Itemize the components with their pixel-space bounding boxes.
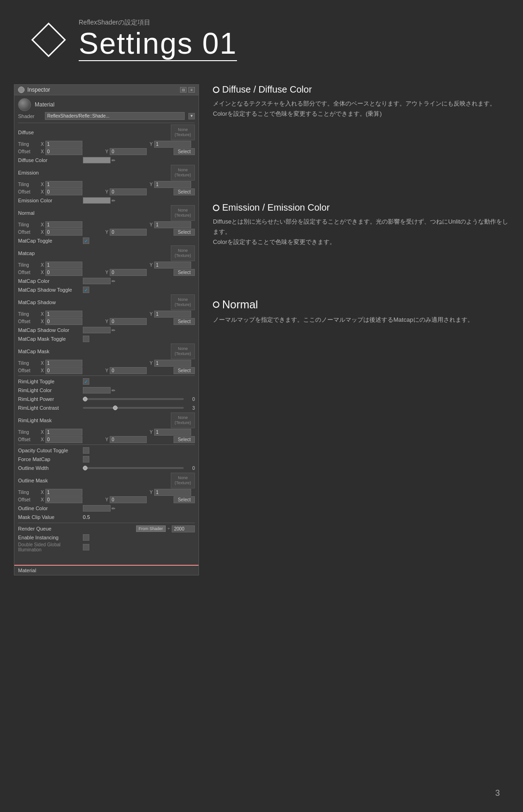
matcap-shadow-toggle-label: MatCap Shadow Toggle xyxy=(18,287,83,293)
inspector-lock-btn[interactable]: ⊟ xyxy=(180,87,187,93)
rimlight-mask-texture[interactable]: None(Texture) xyxy=(171,412,195,428)
rimlight-power-thumb[interactable] xyxy=(83,397,87,401)
matcap-shadow-select-btn[interactable]: Select xyxy=(174,318,195,325)
mcm-tiling-x-field[interactable]: 1 xyxy=(45,360,82,367)
mc-offset-x-field[interactable]: 0 xyxy=(45,269,82,276)
outline-color-swatch[interactable] xyxy=(83,505,111,512)
emission-section: Emission None(Texture) Tiling X 1 Y 1 Of… xyxy=(18,165,195,195)
matcap-shadow-color-edit-icon[interactable]: ✏ xyxy=(112,328,115,333)
double-sided-row: Double Sided Global Illumination xyxy=(18,542,195,552)
rl-offset-y-field[interactable]: 0 xyxy=(110,436,147,443)
n-tiling-x-field[interactable]: 1 xyxy=(45,221,82,228)
outline-mask-select-btn[interactable]: Select xyxy=(174,496,195,503)
matcap-color-swatch[interactable] xyxy=(83,278,111,284)
emission-color-swatch[interactable] xyxy=(83,197,111,204)
diffuse-texture[interactable]: None(Texture) xyxy=(171,125,195,140)
matcap-toggle-checkbox[interactable] xyxy=(83,237,89,244)
mcm-offset-x-field[interactable]: 0 xyxy=(45,367,82,374)
om-offset-y-field[interactable]: 0 xyxy=(110,496,147,503)
matcap-select-btn[interactable]: Select xyxy=(174,269,195,276)
rl-tiling-x-field[interactable]: 1 xyxy=(45,429,82,436)
mcs-tiling-x-field[interactable]: 1 xyxy=(45,311,82,318)
enable-instancing-checkbox[interactable] xyxy=(83,534,89,541)
mcs-tiling-y-field[interactable]: 1 xyxy=(154,311,191,318)
emission-select-btn[interactable]: Select xyxy=(174,188,195,195)
matcap-shadow-texture[interactable]: None(Texture) xyxy=(171,294,195,310)
matcap-shadow-toggle-checkbox[interactable] xyxy=(83,287,89,293)
om-tiling-y-field[interactable]: 1 xyxy=(154,489,191,496)
e-offset-y-field[interactable]: 0 xyxy=(110,188,147,195)
rl-offset-label: Offset xyxy=(18,437,39,442)
rimlight-power-slider[interactable]: 0 xyxy=(83,397,195,402)
matcap-shadow-color-swatch[interactable] xyxy=(83,327,111,333)
rimlight-mask-row: RimLight Mask None(Texture) xyxy=(18,412,195,428)
n-offset-label: Offset xyxy=(18,230,39,235)
om-tiling-x-field[interactable]: 1 xyxy=(45,489,82,496)
mc-tiling-y-field[interactable]: 1 xyxy=(154,262,191,269)
render-queue-value[interactable]: 2000 xyxy=(172,525,195,532)
mcm-tiling-y-field[interactable]: 1 xyxy=(154,360,191,367)
offset-y-field[interactable]: 0 xyxy=(110,148,147,155)
om-offset-x-field[interactable]: 0 xyxy=(45,496,82,503)
mcm-offset-y-field[interactable]: 0 xyxy=(110,367,147,374)
normal-select-btn[interactable]: Select xyxy=(174,229,195,236)
outline-mask-texture[interactable]: None(Texture) xyxy=(171,473,195,488)
mcs-offset-x-field[interactable]: 0 xyxy=(45,318,82,325)
om-tiling-row: Tiling X 1 Y 1 xyxy=(18,489,195,496)
om-offset-label: Offset xyxy=(18,497,39,502)
matcap-mask-toggle-checkbox[interactable] xyxy=(83,336,89,342)
rimlight-contrast-slider[interactable]: 3 xyxy=(83,406,195,411)
rimlight-contrast-thumb[interactable] xyxy=(113,406,118,410)
outline-width-slider[interactable]: 0 xyxy=(83,466,195,471)
tiling-y-field[interactable]: 1 xyxy=(154,141,191,148)
matcap-row: Matcap None(Texture) xyxy=(18,245,195,261)
shader-arrow-btn[interactable]: ▼ xyxy=(188,113,195,119)
matcap-texture[interactable]: None(Texture) xyxy=(171,245,195,261)
double-sided-checkbox[interactable] xyxy=(83,544,89,550)
normal-row: Normal None(Texture) xyxy=(18,205,195,221)
rimlight-toggle-row: RimLight Toggle xyxy=(18,377,195,386)
n-offset-y-field[interactable]: 0 xyxy=(110,229,147,236)
outline-width-thumb[interactable] xyxy=(83,466,87,470)
tiling-x-field[interactable]: 1 xyxy=(45,141,82,148)
diffuse-color-edit-icon[interactable]: ✏ xyxy=(112,158,115,163)
diffuse-row: Diffuse None(Texture) xyxy=(18,125,195,140)
rimlight-toggle-checkbox[interactable] xyxy=(83,378,89,385)
emission-color-edit-icon[interactable]: ✏ xyxy=(112,198,115,203)
mc-tiling-x-field[interactable]: 1 xyxy=(45,262,82,269)
rimlight-color-edit-icon[interactable]: ✏ xyxy=(112,388,115,393)
mcs-offset-y-field[interactable]: 0 xyxy=(110,318,147,325)
diffuse-select-btn[interactable]: Select xyxy=(174,148,195,155)
matcap-color-edit-icon[interactable]: ✏ xyxy=(112,279,115,284)
mcs-tiling-label: Tiling xyxy=(18,312,39,317)
outline-color-edit-icon[interactable]: ✏ xyxy=(112,506,115,511)
e-tiling-x-field[interactable]: 1 xyxy=(45,181,82,188)
normal-texture[interactable]: None(Texture) xyxy=(171,205,195,221)
e-offset-x-field[interactable]: 0 xyxy=(45,188,82,195)
opacity-toggle-checkbox[interactable] xyxy=(83,447,89,454)
n-tiling-label: Tiling xyxy=(18,222,39,227)
diffuse-label: Diffuse xyxy=(18,130,83,135)
mcs-offset-label: Offset xyxy=(18,319,39,324)
rl-tiling-y-field[interactable]: 1 xyxy=(154,429,191,436)
n-offset-x-field[interactable]: 0 xyxy=(45,229,82,236)
diffuse-color-swatch[interactable] xyxy=(83,157,111,163)
offset-x-field[interactable]: 0 xyxy=(45,148,82,155)
rl-offset-x-field[interactable]: 0 xyxy=(45,436,82,443)
matcap-mask-toggle-label: MatCap Mask Toggle xyxy=(18,336,83,342)
n-tiling-y-field[interactable]: 1 xyxy=(154,221,191,228)
inspector-menu-btn[interactable]: ≡ xyxy=(188,87,195,93)
rimlight-contrast-value: 3 xyxy=(186,406,195,411)
matcap-shadow-section: MatCap Shadow None(Texture) Tiling X 1 Y… xyxy=(18,294,195,325)
emission-offset-row: Offset X 0 Y 0 Select xyxy=(18,188,195,195)
rl-tiling-label: Tiling xyxy=(18,430,39,435)
matcap-mask-select-btn[interactable]: Select xyxy=(174,367,195,374)
e-tiling-y-field[interactable]: 1 xyxy=(154,181,191,188)
rimlight-color-swatch[interactable] xyxy=(83,387,111,394)
rimlight-mask-select-btn[interactable]: Select xyxy=(174,436,195,443)
force-matcap-checkbox[interactable] xyxy=(83,456,89,462)
emission-texture[interactable]: None(Texture) xyxy=(171,165,195,181)
shader-value[interactable]: ReflexShaders/Refle::Shade... xyxy=(45,112,185,120)
matcap-mask-texture[interactable]: None(Texture) xyxy=(171,344,195,359)
mc-offset-y-field[interactable]: 0 xyxy=(110,269,147,276)
